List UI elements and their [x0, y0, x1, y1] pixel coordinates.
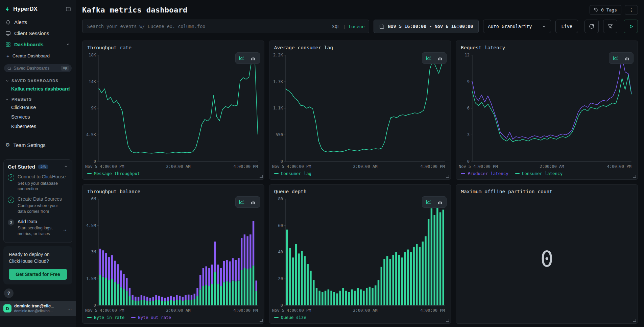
bar-chart-icon[interactable] [435, 54, 445, 62]
bar-chart-icon[interactable] [435, 198, 445, 206]
progress-badge: 2/3 [38, 165, 48, 169]
arrow-right-icon[interactable]: → [62, 226, 67, 232]
line-chart-icon[interactable] [237, 54, 247, 62]
chevron-up-icon[interactable] [64, 165, 68, 169]
svg-text:3M: 3M [91, 250, 96, 255]
team-settings-label: Team Settings [13, 142, 45, 148]
nav-dashboards-label: Dashboards [14, 42, 44, 47]
refresh-button[interactable] [585, 20, 599, 33]
grid-icon [5, 42, 11, 47]
resize-handle[interactable] [260, 175, 263, 178]
chart-area[interactable]: 05501.1K1.7K2.2KNov 5 4:00:00 PM2:00:00 … [269, 51, 451, 170]
clear-filters-button[interactable] [603, 20, 617, 33]
chart-area[interactable]: 036912Nov 5 4:00:00 PM2:00:00 AM4:00:00 … [456, 51, 638, 170]
panel-queue-depth: Queue depth 020406080Nov 5 4:00:00 PM2:0… [269, 184, 451, 324]
run-query-button[interactable] [624, 20, 638, 33]
get-started-title: Get Started [8, 164, 35, 170]
chart-area[interactable]: 04.5K9K14K18KNov 5 4:00:00 PM2:00:00 AM4… [82, 51, 264, 170]
svg-text:550: 550 [276, 132, 283, 137]
line-chart-icon[interactable] [237, 198, 247, 206]
svg-text:18K: 18K [89, 53, 96, 57]
step-title: Create Data Sources [18, 196, 65, 202]
svg-text:20: 20 [278, 276, 283, 281]
chart-type-toggle [422, 196, 447, 208]
nav-dashboards[interactable]: Dashboards [0, 39, 76, 50]
sidebar-item-clickhouse[interactable]: ClickHouse [0, 103, 76, 112]
svg-text:80: 80 [278, 197, 283, 201]
legend-item[interactable]: Producer latency [461, 171, 508, 176]
line-chart-icon[interactable] [611, 54, 621, 62]
saved-section-label: SAVED DASHBOARDS [11, 79, 58, 83]
brand-row: HyperDX [0, 0, 76, 17]
nav-client-sessions-label: Client Sessions [14, 30, 49, 36]
resize-handle[interactable] [633, 175, 636, 178]
chart-type-toggle [235, 196, 260, 208]
bar-chart-icon[interactable] [248, 54, 258, 62]
resize-handle[interactable] [446, 319, 449, 322]
sidebar-item-kafka-metrics-dashboard[interactable]: Kafka metrics dashboard [0, 84, 76, 94]
resize-handle[interactable] [260, 319, 263, 322]
legend-item[interactable]: Message throughput [87, 171, 140, 176]
nav-alerts[interactable]: Alerts [0, 17, 76, 28]
chart-area[interactable]: 020406080Nov 5 4:00:00 PM2:00:00 AM4:00:… [269, 195, 451, 314]
sidebar-item-kubernetes[interactable]: Kubernetes [0, 122, 76, 131]
line-chart-icon[interactable] [424, 54, 434, 62]
saved-dashboards-search[interactable]: ⌘K [4, 64, 72, 72]
hyperdx-logo-icon [5, 6, 10, 12]
more-menu-button[interactable]: ⋮ [625, 5, 638, 15]
user-menu-dots-icon[interactable]: … [67, 306, 72, 311]
legend-item[interactable]: Consumer lag [274, 171, 311, 176]
saved-dashboards-search-input[interactable] [14, 66, 59, 71]
nav-client-sessions[interactable]: Client Sessions [0, 28, 76, 39]
collapse-sidebar-icon[interactable] [66, 6, 71, 12]
granularity-select[interactable]: Auto Granularity [483, 20, 551, 33]
user-email: dominic.tran@clickho... [14, 309, 54, 313]
get-started-free-button[interactable]: Get Started for Free [9, 269, 67, 280]
bar-chart-icon[interactable] [622, 54, 632, 62]
user-menu[interactable]: D dominic.tran@clic... dominic.tran@clic… [0, 301, 76, 316]
step-title: Connect to ClickHouse [18, 174, 66, 180]
bar-chart-icon[interactable] [248, 198, 258, 206]
step-desc: Configure where your data comes from [18, 203, 65, 215]
sidebar-item-services[interactable]: Services [0, 112, 76, 122]
event-search-input[interactable] [82, 20, 369, 33]
chevron-down-icon [5, 98, 9, 101]
presets-section-header[interactable]: PRESETS [0, 94, 76, 103]
saved-dashboards-section-header[interactable]: SAVED DASHBOARDS [0, 75, 76, 84]
chart-area[interactable]: 01.5M3M4.5M6MNov 5 4:00:00 PM2:00:00 AM4… [82, 195, 264, 314]
refresh-icon [589, 24, 594, 29]
create-dashboard-button[interactable]: + Create Dashboard [0, 50, 76, 60]
sql-toggle[interactable]: SQL [332, 24, 340, 29]
legend-item[interactable]: Byte in rate [87, 315, 124, 320]
live-button[interactable]: Live [555, 20, 578, 33]
get-started-step-3[interactable]: 3 Add Data Start sending logs, metrics, … [8, 219, 68, 237]
panel-title: Queue depth [274, 189, 307, 194]
svg-text:0: 0 [94, 159, 96, 164]
svg-text:2:00:00 AM: 2:00:00 AM [353, 308, 377, 313]
chart-legend: Queue size [269, 314, 451, 323]
sidebar-nav: Alerts Client Sessions Dashboards [0, 17, 76, 50]
svg-text:Nov 5 4:00:00 PM: Nov 5 4:00:00 PM [272, 164, 311, 169]
legend-item[interactable]: Consumer latency [515, 171, 563, 176]
date-range-picker[interactable]: Nov 5 16:00:00 - Nov 6 16:00:00 [374, 20, 479, 33]
help-button[interactable]: ? [4, 288, 14, 298]
svg-text:9K: 9K [91, 106, 96, 111]
resize-handle[interactable] [633, 319, 636, 322]
get-started-step-1[interactable]: ✓ Connect to ClickHouse Set up your data… [8, 174, 68, 192]
search-icon [7, 66, 11, 71]
check-circle-icon: ✓ [8, 174, 14, 181]
svg-text:1.1K: 1.1K [273, 106, 283, 111]
line-chart-icon[interactable] [424, 198, 434, 206]
svg-text:14K: 14K [89, 79, 96, 84]
tags-button[interactable]: 0 Tags [590, 5, 621, 15]
legend-item[interactable]: Queue size [274, 315, 306, 320]
nav-team-settings[interactable]: ⚙ Team Settings [0, 139, 76, 151]
resize-handle[interactable] [446, 175, 449, 178]
check-circle-icon: ✓ [8, 197, 14, 203]
svg-text:Nov 5 4:00:00 PM: Nov 5 4:00:00 PM [85, 308, 124, 313]
svg-text:4:00:00 PM: 4:00:00 PM [607, 164, 631, 169]
legend-item[interactable]: Byte out rate [131, 315, 171, 320]
presets-section-label: PRESETS [11, 97, 32, 101]
get-started-step-2[interactable]: ✓ Create Data Sources Configure where yo… [8, 196, 68, 214]
lucene-toggle[interactable]: Lucene [349, 24, 365, 29]
